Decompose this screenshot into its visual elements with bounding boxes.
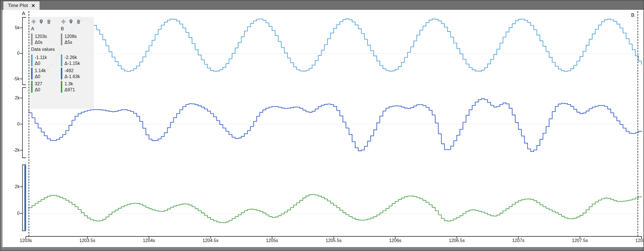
series-value-delta: Δ0 <box>35 74 46 79</box>
cursor-a-time-delta: Δ0s <box>35 39 47 45</box>
series-value-delta: Δ0 <box>35 60 47 66</box>
series-0-cursor-a-readout: -1.11kΔ0 <box>31 54 61 66</box>
x-axis-tick-label: 1203s <box>12 238 39 243</box>
series-value-delta: Δ-1.15k <box>65 60 80 66</box>
pin-cursor-b-icon[interactable] <box>68 19 73 25</box>
series-color-bar <box>61 68 62 79</box>
data-value-row: 1.14kΔ0-492Δ-1.63k <box>31 67 92 79</box>
y-axis-tick-label: 0 <box>7 211 20 216</box>
x-axis-tick-label: 1203.5s <box>74 238 101 243</box>
cursor-a-time-bar <box>31 33 33 45</box>
series-2-cursor-b-readout: 1.3kΔ971 <box>61 81 92 93</box>
series-color-bar <box>61 54 62 66</box>
plot-canvas[interactable] <box>1 1 644 251</box>
tracker-cursor-a-name: A <box>31 26 61 33</box>
series-1-cursor-b-readout: -492Δ-1.63k <box>61 68 92 79</box>
series-value: -1.11k <box>35 54 47 60</box>
y-axis-tick-label: 5k <box>7 25 20 30</box>
x-axis-tick-label: 1206s <box>382 238 409 243</box>
x-axis-tick-label: 1207.5s <box>567 238 594 243</box>
cursor-b-time-delta: Δ5s <box>65 39 77 45</box>
x-axis-tick-label: 1208s <box>628 238 644 243</box>
tab-label: Time Plot <box>8 3 28 8</box>
window-bottom-edge <box>1 247 643 250</box>
tracker-panel: A B 1203s Δ0s 1208s Δ5s Data values -1.1… <box>29 17 94 109</box>
tab-close-icon[interactable]: ✕ <box>31 3 35 9</box>
cursor-a-time-readout: 1203s Δ0s <box>31 33 61 45</box>
plot-window: 5k0-5k2k0-2k2k01203s1203.5s1204s1204.5s1… <box>0 0 644 251</box>
series-color-bar <box>31 54 33 66</box>
pin-cursor-a-icon[interactable] <box>39 19 44 25</box>
cursor-a-time: 1203s <box>35 33 47 39</box>
data-value-row: 327Δ01.3kΔ971 <box>31 80 92 93</box>
axis-range-indicator[interactable] <box>24 165 26 230</box>
delete-cursor-a-icon[interactable] <box>46 19 51 25</box>
x-axis-tick-label: 1204.5s <box>197 238 224 243</box>
tracker-cursor-b-name: B <box>61 26 92 33</box>
series-color-bar <box>31 81 33 93</box>
tab-time-plot[interactable]: Time Plot ✕ <box>3 1 40 10</box>
y-axis-tick-label: 0 <box>7 51 20 56</box>
locate-cursor-a-icon[interactable] <box>31 19 36 25</box>
y-axis-tick-label: 2k <box>7 95 20 101</box>
series-color-bar <box>61 81 62 93</box>
series-2-cursor-a-readout: 327Δ0 <box>31 81 61 93</box>
series-value: -2.26k <box>65 54 80 60</box>
window-left-edge <box>1 10 3 247</box>
series-value: -492 <box>65 68 80 74</box>
x-axis-tick-label: 1207s <box>505 238 532 243</box>
tab-bar: Time Plot ✕ <box>1 1 643 10</box>
y-axis-tick-label: 2k <box>7 184 20 189</box>
cursor-b-time: 1208s <box>65 33 77 39</box>
x-axis-tick-label: 1206.5s <box>443 238 470 243</box>
cursor-b-toolbar <box>61 19 92 25</box>
y-axis-tick-label: -5k <box>7 76 20 81</box>
series-value: 327 <box>35 81 42 87</box>
cursor-b-label: B <box>631 12 634 18</box>
y-axis-tick-label: 0 <box>7 122 20 127</box>
series-value-delta: Δ971 <box>65 87 75 93</box>
series-0-cursor-b-readout: -2.26kΔ-1.15k <box>61 54 92 66</box>
cursor-a-toolbar <box>31 19 61 25</box>
series-value: 1.3k <box>65 81 75 87</box>
cursor-a-label: A <box>22 11 25 17</box>
series-value-delta: Δ-1.63k <box>65 74 80 79</box>
data-values-header: Data values <box>31 47 92 53</box>
cursor-line-b[interactable] <box>638 11 638 236</box>
series-1-cursor-a-readout: 1.14kΔ0 <box>31 68 61 79</box>
data-value-row: -1.11kΔ0-2.26kΔ-1.15k <box>31 54 92 66</box>
series-color-bar <box>31 68 33 79</box>
series-value-delta: Δ0 <box>35 87 42 93</box>
x-axis-tick-label: 1205.5s <box>320 238 347 243</box>
locate-cursor-b-icon[interactable] <box>61 19 66 25</box>
series-value: 1.14k <box>35 68 46 74</box>
cursor-b-time-bar <box>61 33 62 45</box>
cursor-line-a[interactable] <box>29 11 29 236</box>
y-axis-tick-label: -2k <box>7 148 20 153</box>
x-axis-tick-label: 1205s <box>259 238 286 243</box>
cursor-b-time-readout: 1208s Δ5s <box>61 33 92 45</box>
delete-cursor-b-icon[interactable] <box>76 19 81 25</box>
x-axis-tick-label: 1204s <box>135 238 162 243</box>
